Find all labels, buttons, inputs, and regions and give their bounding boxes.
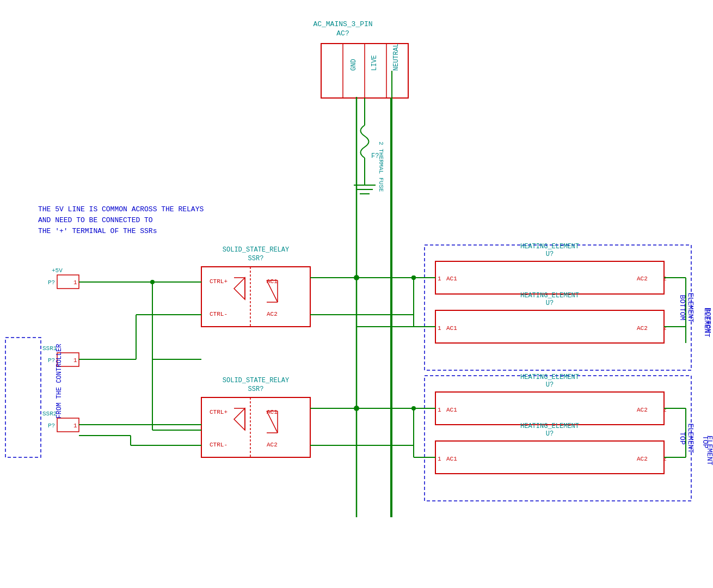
svg-text:1: 1 bbox=[438, 325, 441, 332]
svg-text:CTRL+: CTRL+ bbox=[210, 278, 228, 285]
svg-text:1: 1 bbox=[73, 422, 77, 429]
svg-text:AC2: AC2 bbox=[637, 325, 648, 332]
svg-text:1: 1 bbox=[73, 357, 77, 364]
svg-text:AC2: AC2 bbox=[637, 407, 648, 413]
svg-text:AND NEED TO BE CONNECTED TO: AND NEED TO BE CONNECTED TO bbox=[38, 216, 153, 224]
svg-text:THE 5V LINE IS COMMON ACROSS T: THE 5V LINE IS COMMON ACROSS THE RELAYS bbox=[38, 205, 204, 213]
svg-text:AC?: AC? bbox=[336, 29, 349, 38]
svg-text:SSR1: SSR1 bbox=[42, 345, 57, 352]
svg-text:1: 1 bbox=[438, 407, 441, 413]
svg-text:AC1: AC1 bbox=[446, 275, 457, 282]
svg-text:1: 1 bbox=[438, 275, 441, 282]
svg-text:CTRL+: CTRL+ bbox=[210, 409, 228, 415]
svg-text:HEATING_ELEMENT: HEATING_ELEMENT bbox=[520, 292, 579, 299]
svg-text:HEATING_ELEMENT: HEATING_ELEMENT bbox=[520, 422, 579, 430]
svg-text:BOTTOM: BOTTOM bbox=[678, 295, 686, 321]
svg-text:ELEMENT: ELEMENT bbox=[705, 436, 713, 465]
svg-text:SOLID_STATE_RELAY: SOLID_STATE_RELAY bbox=[223, 246, 289, 254]
svg-text:AC2: AC2 bbox=[267, 442, 278, 448]
svg-text:THE '+' TERMINAL OF THE SSRs: THE '+' TERMINAL OF THE SSRs bbox=[38, 227, 157, 235]
svg-text:+5V: +5V bbox=[52, 267, 63, 274]
svg-text:F?: F? bbox=[371, 152, 379, 160]
svg-text:2: 2 bbox=[663, 456, 667, 462]
svg-text:U?: U? bbox=[546, 430, 554, 438]
svg-text:GND: GND bbox=[350, 59, 358, 71]
svg-text:ELEMENT: ELEMENT bbox=[703, 308, 711, 338]
svg-text:AC1: AC1 bbox=[446, 325, 457, 332]
svg-point-147 bbox=[354, 275, 359, 280]
svg-text:U?: U? bbox=[546, 250, 554, 258]
svg-text:2: 2 bbox=[663, 325, 667, 332]
svg-text:CTRL-: CTRL- bbox=[210, 311, 228, 317]
svg-text:FROM THE CONTROLLER: FROM THE CONTROLLER bbox=[56, 344, 63, 419]
svg-text:NEUTRAL: NEUTRAL bbox=[392, 44, 400, 71]
svg-text:SSR2: SSR2 bbox=[42, 411, 57, 417]
svg-text:1: 1 bbox=[73, 279, 77, 286]
svg-text:AC1: AC1 bbox=[446, 456, 457, 462]
svg-text:HEATING_ELEMENT: HEATING_ELEMENT bbox=[520, 373, 579, 381]
svg-text:CTRL-: CTRL- bbox=[210, 442, 228, 448]
svg-text:ELEMENT: ELEMENT bbox=[686, 293, 694, 323]
svg-text:P?: P? bbox=[48, 422, 55, 429]
svg-text:1: 1 bbox=[438, 456, 441, 462]
svg-text:2  THERMAL FUSE: 2 THERMAL FUSE bbox=[378, 142, 384, 192]
svg-text:SSR?: SSR? bbox=[248, 385, 264, 393]
svg-text:SOLID_STATE_RELAY: SOLID_STATE_RELAY bbox=[223, 377, 289, 384]
svg-text:AC2: AC2 bbox=[637, 456, 648, 462]
svg-text:AC1: AC1 bbox=[446, 407, 457, 413]
svg-text:P?: P? bbox=[48, 357, 55, 364]
svg-text:AC_MAINS_3_PIN: AC_MAINS_3_PIN bbox=[313, 20, 372, 28]
svg-text:HEATING_ELEMENT: HEATING_ELEMENT bbox=[520, 243, 579, 250]
svg-text:TOP: TOP bbox=[678, 432, 686, 445]
svg-text:U?: U? bbox=[546, 299, 554, 307]
svg-text:P?: P? bbox=[48, 279, 55, 286]
svg-point-148 bbox=[354, 406, 359, 411]
svg-text:SSR?: SSR? bbox=[248, 255, 264, 262]
svg-text:2: 2 bbox=[663, 275, 667, 282]
svg-point-123 bbox=[411, 275, 416, 280]
svg-text:2: 2 bbox=[663, 407, 667, 413]
svg-text:AC2: AC2 bbox=[637, 275, 648, 282]
svg-text:LIVE: LIVE bbox=[371, 55, 378, 71]
svg-text:AC2: AC2 bbox=[267, 311, 278, 317]
svg-text:ELEMENT: ELEMENT bbox=[686, 424, 694, 454]
svg-text:U?: U? bbox=[546, 381, 554, 389]
